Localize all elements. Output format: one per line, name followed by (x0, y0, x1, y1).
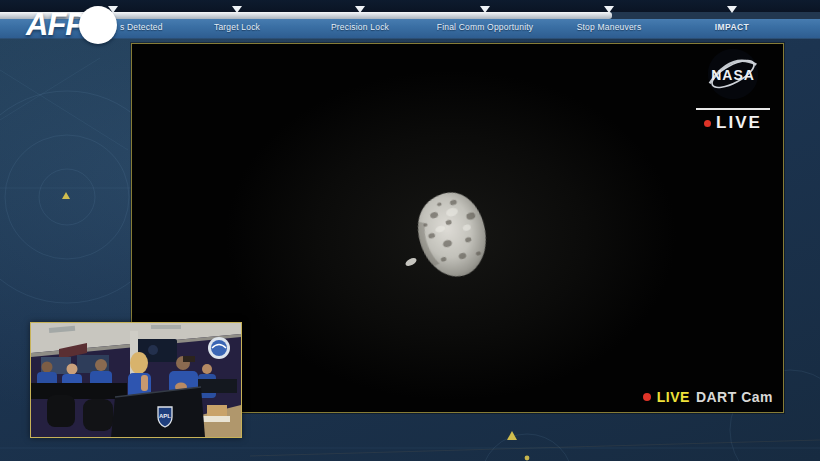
apl-shield-text: APL (159, 413, 171, 419)
asteroid-boulder (404, 256, 418, 267)
top-dark-strip (0, 0, 820, 12)
timeline-marker-icon (604, 6, 614, 13)
afp-globe-icon (79, 6, 117, 44)
live-dot-icon (643, 393, 651, 401)
dart-cam-name: DART Cam (696, 389, 773, 405)
mission-control-inset: APL (30, 322, 242, 438)
live-dot-icon (704, 120, 711, 127)
timeline-marker-icon (232, 6, 242, 13)
dart-cam-badge: LIVE DART Cam (643, 389, 773, 405)
phase-label-precision-lock: Precision Lock (331, 22, 389, 32)
timeline-marker-icon (355, 6, 365, 13)
mission-control-scene: APL (31, 323, 241, 437)
dart-live-label: LIVE (657, 389, 690, 405)
phase-label-stop-maneuvers: Stop Maneuvers (577, 22, 642, 32)
timeline-marker-icon (480, 6, 490, 13)
phase-label-final-comm: Final Comm Opportunity (437, 22, 534, 32)
timeline-marker-icon (727, 6, 737, 13)
afp-logo-text: AFP (26, 8, 85, 42)
phase-label-target-lock: Target Lock (214, 22, 260, 32)
nasa-logo-text: NASA (711, 67, 754, 83)
nasa-live-badge: NASA LIVE (693, 45, 773, 133)
phase-label-detected: s Detected (120, 22, 163, 32)
afp-logo: AFP (26, 6, 117, 44)
asteroid-image (382, 156, 522, 306)
phase-label-impact: IMPACT (715, 22, 749, 32)
nasa-insignia-icon: NASA (705, 45, 761, 103)
nasa-live-label: LIVE (716, 113, 762, 133)
badge-divider (696, 108, 770, 110)
